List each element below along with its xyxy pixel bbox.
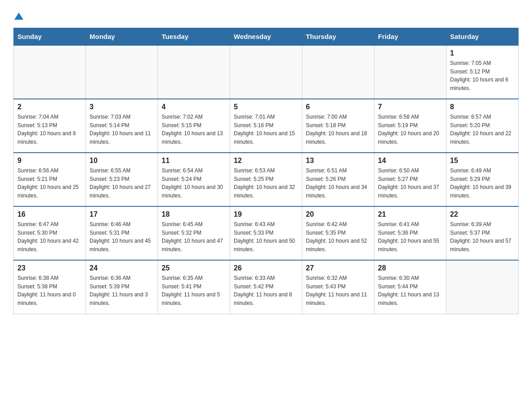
day-info: Sunrise: 6:32 AM Sunset: 5:43 PM Dayligh…	[306, 274, 370, 307]
day-number: 25	[162, 264, 226, 272]
calendar-day-cell: 22Sunrise: 6:39 AM Sunset: 5:37 PM Dayli…	[446, 206, 519, 260]
day-number: 27	[306, 264, 370, 272]
calendar-day-cell: 21Sunrise: 6:41 AM Sunset: 5:36 PM Dayli…	[374, 206, 446, 260]
calendar-day-cell: 11Sunrise: 6:54 AM Sunset: 5:24 PM Dayli…	[158, 153, 230, 206]
day-info: Sunrise: 6:45 AM Sunset: 5:32 PM Dayligh…	[162, 220, 226, 253]
calendar-week-row: 16Sunrise: 6:47 AM Sunset: 5:30 PM Dayli…	[14, 206, 519, 260]
calendar-day-cell: 20Sunrise: 6:42 AM Sunset: 5:35 PM Dayli…	[302, 206, 374, 260]
calendar-day-cell: 8Sunrise: 6:57 AM Sunset: 5:20 PM Daylig…	[446, 99, 519, 153]
calendar-day-cell: 12Sunrise: 6:53 AM Sunset: 5:25 PM Dayli…	[230, 153, 302, 206]
day-info: Sunrise: 6:53 AM Sunset: 5:25 PM Dayligh…	[234, 167, 298, 200]
calendar-day-cell: 18Sunrise: 6:45 AM Sunset: 5:32 PM Dayli…	[158, 206, 230, 260]
calendar-weekday-header: Tuesday	[158, 28, 230, 46]
calendar-day-cell: 27Sunrise: 6:32 AM Sunset: 5:43 PM Dayli…	[302, 260, 374, 314]
svg-marker-0	[14, 13, 23, 20]
calendar-week-row: 23Sunrise: 6:38 AM Sunset: 5:38 PM Dayli…	[14, 260, 519, 314]
calendar-week-row: 2Sunrise: 7:04 AM Sunset: 5:13 PM Daylig…	[14, 99, 519, 153]
calendar-day-cell: 19Sunrise: 6:43 AM Sunset: 5:33 PM Dayli…	[230, 206, 302, 260]
day-info: Sunrise: 7:04 AM Sunset: 5:13 PM Dayligh…	[17, 113, 82, 146]
day-info: Sunrise: 6:47 AM Sunset: 5:30 PM Dayligh…	[17, 220, 82, 253]
day-number: 5	[234, 103, 298, 111]
logo	[13, 11, 23, 21]
calendar-day-cell: 7Sunrise: 6:58 AM Sunset: 5:19 PM Daylig…	[374, 99, 446, 153]
day-info: Sunrise: 6:38 AM Sunset: 5:38 PM Dayligh…	[17, 274, 82, 307]
day-info: Sunrise: 6:54 AM Sunset: 5:24 PM Dayligh…	[162, 167, 226, 200]
calendar-day-cell: 25Sunrise: 6:35 AM Sunset: 5:41 PM Dayli…	[158, 260, 230, 314]
calendar-day-cell: 14Sunrise: 6:50 AM Sunset: 5:27 PM Dayli…	[374, 153, 446, 206]
day-number: 24	[90, 264, 154, 272]
calendar-week-row: 9Sunrise: 6:56 AM Sunset: 5:21 PM Daylig…	[14, 153, 519, 206]
day-number: 18	[162, 210, 226, 218]
day-number: 11	[162, 157, 226, 165]
calendar-day-cell: 24Sunrise: 6:36 AM Sunset: 5:39 PM Dayli…	[86, 260, 158, 314]
day-info: Sunrise: 6:56 AM Sunset: 5:21 PM Dayligh…	[17, 167, 82, 200]
calendar-weekday-header: Thursday	[302, 28, 374, 46]
day-info: Sunrise: 6:39 AM Sunset: 5:37 PM Dayligh…	[450, 220, 515, 253]
calendar-day-cell: 23Sunrise: 6:38 AM Sunset: 5:38 PM Dayli…	[14, 260, 86, 314]
day-info: Sunrise: 6:50 AM Sunset: 5:27 PM Dayligh…	[378, 167, 442, 200]
day-info: Sunrise: 6:46 AM Sunset: 5:31 PM Dayligh…	[90, 220, 154, 253]
day-number: 19	[234, 210, 298, 218]
day-number: 13	[306, 157, 370, 165]
calendar-day-cell: 28Sunrise: 6:30 AM Sunset: 5:44 PM Dayli…	[374, 260, 446, 314]
day-info: Sunrise: 6:41 AM Sunset: 5:36 PM Dayligh…	[378, 220, 442, 253]
calendar-week-row: 1Sunrise: 7:05 AM Sunset: 5:12 PM Daylig…	[14, 45, 519, 99]
day-info: Sunrise: 6:30 AM Sunset: 5:44 PM Dayligh…	[378, 274, 442, 307]
day-number: 22	[450, 210, 515, 218]
day-number: 4	[162, 103, 226, 111]
day-number: 8	[450, 103, 515, 111]
calendar-day-cell: 16Sunrise: 6:47 AM Sunset: 5:30 PM Dayli…	[14, 206, 86, 260]
day-info: Sunrise: 6:57 AM Sunset: 5:20 PM Dayligh…	[450, 113, 515, 146]
calendar-day-cell	[374, 45, 446, 99]
day-number: 17	[90, 210, 154, 218]
day-info: Sunrise: 6:43 AM Sunset: 5:33 PM Dayligh…	[234, 220, 298, 253]
calendar-day-cell	[230, 45, 302, 99]
day-number: 12	[234, 157, 298, 165]
day-number: 14	[378, 157, 442, 165]
day-info: Sunrise: 6:33 AM Sunset: 5:42 PM Dayligh…	[234, 274, 298, 307]
calendar-day-cell: 10Sunrise: 6:55 AM Sunset: 5:23 PM Dayli…	[86, 153, 158, 206]
calendar-day-cell: 9Sunrise: 6:56 AM Sunset: 5:21 PM Daylig…	[14, 153, 86, 206]
day-number: 23	[17, 264, 82, 272]
day-info: Sunrise: 6:35 AM Sunset: 5:41 PM Dayligh…	[162, 274, 226, 307]
day-number: 10	[90, 157, 154, 165]
day-info: Sunrise: 7:01 AM Sunset: 5:16 PM Dayligh…	[234, 113, 298, 146]
calendar-weekday-header: Monday	[86, 28, 158, 46]
calendar-day-cell: 2Sunrise: 7:04 AM Sunset: 5:13 PM Daylig…	[14, 99, 86, 153]
day-info: Sunrise: 7:00 AM Sunset: 5:18 PM Dayligh…	[306, 113, 370, 146]
day-number: 9	[17, 157, 82, 165]
calendar-day-cell	[302, 45, 374, 99]
calendar-day-cell	[446, 260, 519, 314]
day-number: 6	[306, 103, 370, 111]
calendar-day-cell	[86, 45, 158, 99]
calendar-table: SundayMondayTuesdayWednesdayThursdayFrid…	[13, 28, 519, 314]
calendar-day-cell	[14, 45, 86, 99]
calendar-weekday-header: Wednesday	[230, 28, 302, 46]
day-info: Sunrise: 6:51 AM Sunset: 5:26 PM Dayligh…	[306, 167, 370, 200]
day-info: Sunrise: 7:03 AM Sunset: 5:14 PM Dayligh…	[90, 113, 154, 146]
day-number: 7	[378, 103, 442, 111]
calendar-weekday-header: Saturday	[446, 28, 519, 46]
day-number: 20	[306, 210, 370, 218]
calendar-day-cell: 6Sunrise: 7:00 AM Sunset: 5:18 PM Daylig…	[302, 99, 374, 153]
logo-triangle-icon	[14, 12, 23, 21]
calendar-day-cell: 5Sunrise: 7:01 AM Sunset: 5:16 PM Daylig…	[230, 99, 302, 153]
day-number: 1	[450, 49, 515, 57]
day-info: Sunrise: 7:05 AM Sunset: 5:12 PM Dayligh…	[450, 59, 515, 92]
calendar-weekday-header: Sunday	[14, 28, 86, 46]
day-number: 16	[17, 210, 82, 218]
calendar-weekday-header: Friday	[374, 28, 446, 46]
day-info: Sunrise: 6:55 AM Sunset: 5:23 PM Dayligh…	[90, 167, 154, 200]
day-number: 28	[378, 264, 442, 272]
day-info: Sunrise: 6:49 AM Sunset: 5:29 PM Dayligh…	[450, 167, 515, 200]
calendar-day-cell: 15Sunrise: 6:49 AM Sunset: 5:29 PM Dayli…	[446, 153, 519, 206]
day-info: Sunrise: 7:02 AM Sunset: 5:15 PM Dayligh…	[162, 113, 226, 146]
calendar-day-cell: 17Sunrise: 6:46 AM Sunset: 5:31 PM Dayli…	[86, 206, 158, 260]
calendar-day-cell: 26Sunrise: 6:33 AM Sunset: 5:42 PM Dayli…	[230, 260, 302, 314]
calendar-day-cell: 3Sunrise: 7:03 AM Sunset: 5:14 PM Daylig…	[86, 99, 158, 153]
day-number: 3	[90, 103, 154, 111]
calendar-day-cell	[158, 45, 230, 99]
calendar-day-cell: 1Sunrise: 7:05 AM Sunset: 5:12 PM Daylig…	[446, 45, 519, 99]
day-info: Sunrise: 6:36 AM Sunset: 5:39 PM Dayligh…	[90, 274, 154, 307]
day-number: 26	[234, 264, 298, 272]
